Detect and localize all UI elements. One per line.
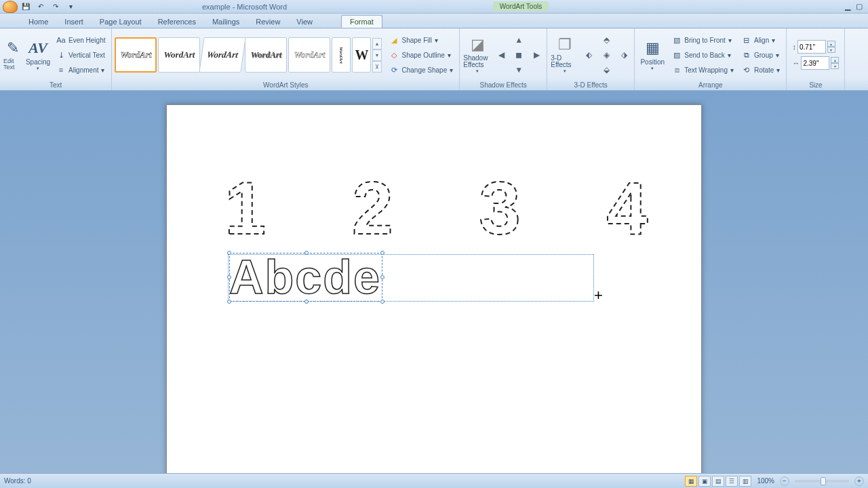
status-bar: Words: 0 ▦ ▣ ▤ ☰ ▥ 100% − + [0,473,868,488]
even-height-label: Even Height [68,37,105,44]
wordart-style-5[interactable]: WordArt [288,37,330,73]
view-draft[interactable]: ▥ [739,476,751,487]
rotate-button[interactable]: ⟲Rotate▾ [738,62,783,77]
view-web-layout[interactable]: ▤ [712,476,724,487]
bring-to-front-button[interactable]: ▧Bring to Front▾ [669,33,737,47]
group-button[interactable]: ⧉Group▾ [738,47,783,62]
tab-view[interactable]: View [288,16,321,28]
resize-handle-s[interactable] [304,300,309,304]
width-down[interactable]: ▾ [831,63,839,69]
height-input[interactable] [797,40,826,54]
alignment-button[interactable]: ≡Alignment▾ [53,62,108,77]
even-height-button[interactable]: AaEven Height [53,33,108,47]
wordart-numbers[interactable]: 1 2 3 4 5 [224,166,658,247]
resize-handle-n[interactable] [304,251,309,255]
view-print-layout[interactable]: ▦ [685,476,697,487]
qat-customize[interactable]: ▾ [64,1,77,12]
align-label: Align [754,37,769,44]
send-to-back-button[interactable]: ▨Send to Back▾ [669,47,737,62]
send-back-icon: ▨ [672,51,682,60]
height-down[interactable]: ▾ [827,47,835,53]
resize-handle-se[interactable] [380,300,384,304]
maximize-button[interactable]: ▢ [856,2,863,11]
shape-outline-button[interactable]: ◇Shape Outline▾ [386,47,456,62]
change-shape-button[interactable]: ⟳Change Shape▾ [386,62,456,77]
zoom-in-button[interactable]: + [854,476,864,486]
3d-effects-button[interactable]: ❐ 3-D Effects ▾ [550,31,580,79]
height-up[interactable]: ▴ [827,41,835,47]
3d-tilt-left[interactable]: ⬖ [581,48,596,62]
document-page[interactable]: 1 2 3 4 5 Abcde + [166,104,702,473]
status-words[interactable]: Words: 0 [4,477,685,485]
zoom-slider-thumb[interactable] [821,477,826,485]
zoom-slider[interactable] [795,480,849,483]
gallery-scroll-up[interactable]: ▴ [372,38,382,49]
shadow-nudge-down[interactable]: ▼ [511,63,526,77]
tab-review[interactable]: Review [248,16,288,28]
tab-references[interactable]: References [150,16,204,28]
vertical-text-icon: ⤓ [56,51,66,60]
office-button[interactable] [3,1,18,13]
spacing-icon: AV [28,39,47,57]
wordart-style-3[interactable]: WordArt [199,37,246,73]
spacing-button[interactable]: AV Spacing ▾ [24,31,52,79]
shape-fill-button[interactable]: ◢Shape Fill▾ [386,33,456,47]
contextual-tab-label: WordArt Tools [493,1,549,12]
shadow-effects-button[interactable]: ◪ Shadow Effects ▾ [462,31,492,79]
resize-handle-nw[interactable] [227,251,231,255]
3d-toggle[interactable]: ◈ [599,48,614,62]
width-input[interactable] [801,56,829,70]
ribbon: ✎ Edit Text AV Spacing ▾ AaEven Height ⤓… [0,28,868,91]
zoom-percent[interactable]: 100% [757,477,774,485]
save-button[interactable]: 💾 [19,1,33,12]
shadow-nudge-right[interactable]: ▶ [529,48,544,62]
edit-text-button[interactable]: ✎ Edit Text [3,31,23,79]
tab-page-layout[interactable]: Page Layout [92,16,150,28]
width-up[interactable]: ▴ [831,57,839,63]
wordart-style-4[interactable]: WordArt [245,37,287,73]
gallery-scroll-down[interactable]: ▾ [372,49,382,61]
text-wrapping-button[interactable]: ⧈Text Wrapping▾ [669,62,737,77]
chevron-down-icon: ▾ [435,37,438,44]
wordart-numbers-text: 1 2 3 4 5 [224,166,658,247]
tab-insert[interactable]: Insert [56,16,92,28]
wordart-style-6[interactable]: WordArt [332,37,351,73]
minimize-button[interactable]: ▁ [845,2,850,11]
wordart-style-1[interactable]: WordArt [115,37,157,73]
tab-mailings[interactable]: Mailings [204,16,248,28]
cube-icon: ❐ [558,36,572,54]
resize-handle-e[interactable] [380,275,384,279]
group-shadow-effects: ◪ Shadow Effects ▾ ▲ ◀ ◼ ▶ ▼ Shadow Effe… [460,28,547,90]
align-button[interactable]: ⊟Align▾ [738,33,783,47]
view-outline[interactable]: ☰ [726,476,738,487]
shadow-nudge-up[interactable]: ▲ [511,33,526,47]
shadow-nudge-left[interactable]: ◀ [494,48,509,62]
3d-label: 3-D Effects [551,55,579,68]
vertical-text-button[interactable]: ⤓Vertical Text [53,47,108,62]
resize-handle-sw[interactable] [227,300,231,304]
chevron-down-icon: ▾ [776,52,779,59]
text-wrap-icon: ⧈ [672,66,682,75]
wordart-style-7[interactable]: W [352,37,371,73]
shadow-toggle[interactable]: ◼ [511,48,526,62]
crosshair-cursor: + [594,287,603,304]
height-icon: ↕ [792,43,796,51]
tab-format[interactable]: Format [341,15,382,28]
gallery-more[interactable]: ⊻ [372,61,382,73]
edit-text-label: Edit Text [3,58,22,70]
wordart-selection[interactable] [229,253,382,302]
undo-button[interactable]: ↶ [34,1,47,12]
tab-home[interactable]: Home [20,16,56,28]
rotate-icon: ⟲ [742,66,751,75]
redo-button[interactable]: ↷ [49,1,62,12]
wordart-style-2[interactable]: WordArt [158,37,200,73]
zoom-out-button[interactable]: − [780,476,789,486]
position-button[interactable]: ▦ Position ▾ [637,31,667,79]
view-full-screen[interactable]: ▣ [698,476,711,487]
paint-bucket-icon: ◢ [389,36,399,45]
3d-tilt-right[interactable]: ⬗ [616,48,631,62]
3d-tilt-down[interactable]: ⬙ [599,63,614,77]
resize-handle-ne[interactable] [380,251,384,255]
resize-handle-w[interactable] [227,275,231,279]
3d-tilt-up[interactable]: ⬘ [599,33,614,47]
